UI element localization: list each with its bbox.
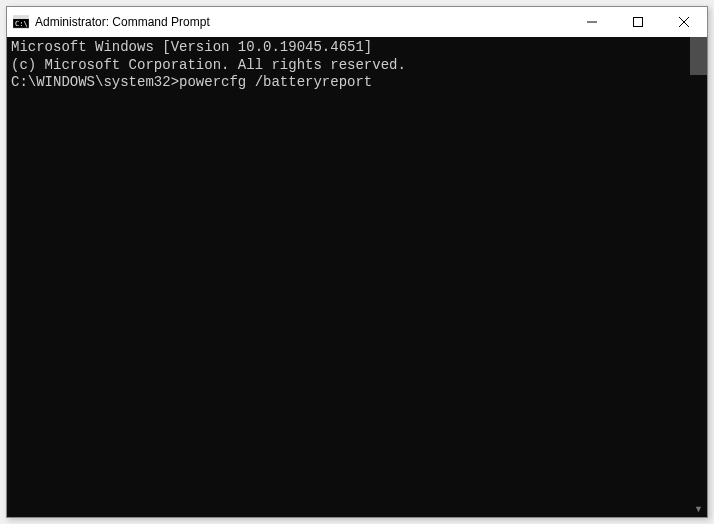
svg-rect-1 [13,16,29,19]
titlebar-left: C:\ Administrator: Command Prompt [7,14,210,30]
titlebar[interactable]: C:\ Administrator: Command Prompt [7,7,707,37]
terminal-area: Microsoft Windows [Version 10.0.19045.46… [7,37,707,517]
prompt-line: C:\WINDOWS\system32>powercfg /batteryrep… [11,74,686,92]
copyright-line: (c) Microsoft Corporation. All rights re… [11,57,686,75]
command-prompt-window: C:\ Administrator: Command Prompt Micros… [6,6,708,518]
version-line: Microsoft Windows [Version 10.0.19045.46… [11,39,686,57]
minimize-button[interactable] [569,7,615,37]
svg-text:C:\: C:\ [15,20,28,28]
maximize-button[interactable] [615,7,661,37]
command-prompt-icon: C:\ [13,14,29,30]
window-title: Administrator: Command Prompt [35,15,210,29]
prompt-path: C:\WINDOWS\system32> [11,74,179,90]
terminal-output[interactable]: Microsoft Windows [Version 10.0.19045.46… [7,37,690,517]
svg-rect-4 [634,18,643,27]
close-button[interactable] [661,7,707,37]
vertical-scrollbar[interactable]: ▲ ▼ [690,37,707,517]
window-controls [569,7,707,37]
scroll-down-arrow-icon[interactable]: ▼ [690,500,707,517]
scroll-thumb[interactable] [690,37,707,75]
command-input[interactable]: powercfg /batteryreport [179,74,372,90]
